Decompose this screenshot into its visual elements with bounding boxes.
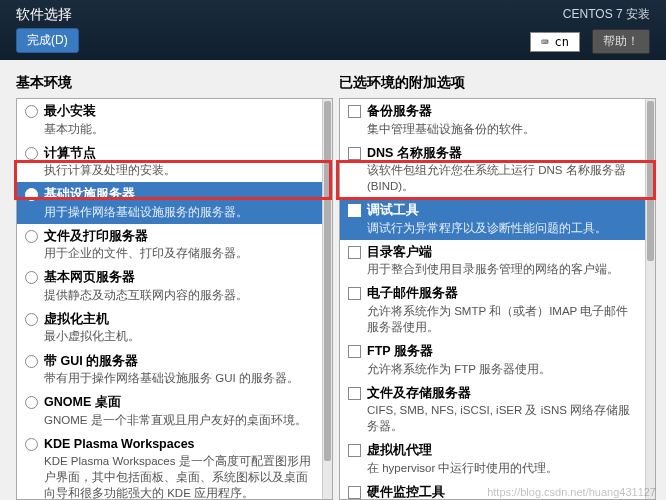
item-text: 文件及存储服务器CIFS, SMB, NFS, iSCSI, iSER 及 iS… xyxy=(367,385,637,435)
addon-option[interactable]: FTP 服务器允许将系统作为 FTP 服务器使用。 xyxy=(340,339,645,381)
item-text: 文件及打印服务器用于企业的文件、打印及存储服务器。 xyxy=(44,228,314,262)
item-label: 文件及打印服务器 xyxy=(44,228,314,246)
checkbox-control[interactable] xyxy=(348,287,361,300)
item-label: 计算节点 xyxy=(44,145,314,163)
scrollbar-thumb[interactable] xyxy=(324,101,331,461)
radio-control[interactable] xyxy=(25,147,38,160)
item-label: 调试工具 xyxy=(367,202,637,220)
item-label: 带 GUI 的服务器 xyxy=(44,353,314,371)
addon-option[interactable]: 目录客户端用于整合到使用目录服务管理的网络的客户端。 xyxy=(340,240,645,282)
keyboard-layout-code: cn xyxy=(555,35,569,49)
item-text: GNOME 桌面GNOME 是一个非常直观且用户友好的桌面环境。 xyxy=(44,394,314,428)
item-label: FTP 服务器 xyxy=(367,343,637,361)
radio-control[interactable] xyxy=(25,438,38,451)
checkbox-control[interactable] xyxy=(348,345,361,358)
item-label: 文件及存储服务器 xyxy=(367,385,637,403)
checkbox-control[interactable] xyxy=(348,204,361,217)
base-environment-heading: 基本环境 xyxy=(16,74,333,98)
environment-option[interactable]: KDE Plasma WorkspacesKDE Plasma Workspac… xyxy=(17,432,322,499)
base-environment-pane: 基本环境 最小安装基本功能。计算节点执行计算及处理的安装。基础设施服务器用于操作… xyxy=(16,74,333,500)
addons-listbox: 备份服务器集中管理基础设施备份的软件。DNS 名称服务器该软件包组允许您在系统上… xyxy=(339,98,656,500)
item-label: DNS 名称服务器 xyxy=(367,145,637,163)
item-text: DNS 名称服务器该软件包组允许您在系统上运行 DNS 名称服务器(BIND)。 xyxy=(367,145,637,195)
done-button[interactable]: 完成(D) xyxy=(16,28,79,53)
item-description: 用于整合到使用目录服务管理的网络的客户端。 xyxy=(367,261,637,277)
radio-control[interactable] xyxy=(25,105,38,118)
addons-scrollbar[interactable] xyxy=(645,99,655,499)
keyboard-icon xyxy=(541,35,548,49)
base-environment-listbox: 最小安装基本功能。计算节点执行计算及处理的安装。基础设施服务器用于操作网络基础设… xyxy=(16,98,333,500)
checkbox-control[interactable] xyxy=(348,147,361,160)
item-description: 允许将系统作为 FTP 服务器使用。 xyxy=(367,361,637,377)
environment-option[interactable]: 虚拟化主机最小虚拟化主机。 xyxy=(17,307,322,349)
item-label: 虚拟机代理 xyxy=(367,442,637,460)
top-bar: 软件选择 完成(D) CENTOS 7 安装 cn 帮助！ xyxy=(0,0,666,60)
environment-option[interactable]: 文件及打印服务器用于企业的文件、打印及存储服务器。 xyxy=(17,224,322,266)
addon-option[interactable]: 虚拟机代理在 hypervisor 中运行时使用的代理。 xyxy=(340,438,645,480)
item-label: KDE Plasma Workspaces xyxy=(44,436,314,454)
item-description: KDE Plasma Workspaces 是一个高度可配置图形用户界面，其中包… xyxy=(44,453,314,499)
addon-option[interactable]: DNS 名称服务器该软件包组允许您在系统上运行 DNS 名称服务器(BIND)。 xyxy=(340,141,645,199)
radio-control[interactable] xyxy=(25,313,38,326)
item-text: 基础设施服务器用于操作网络基础设施服务的服务器。 xyxy=(44,186,314,220)
checkbox-control[interactable] xyxy=(348,105,361,118)
content-panes: 基本环境 最小安装基本功能。计算节点执行计算及处理的安装。基础设施服务器用于操作… xyxy=(0,60,666,500)
checkbox-control[interactable] xyxy=(348,387,361,400)
item-description: GNOME 是一个非常直观且用户友好的桌面环境。 xyxy=(44,412,314,428)
item-text: 最小安装基本功能。 xyxy=(44,103,314,137)
checkbox-control[interactable] xyxy=(348,444,361,457)
item-text: 目录客户端用于整合到使用目录服务管理的网络的客户端。 xyxy=(367,244,637,278)
item-description: 集中管理基础设施备份的软件。 xyxy=(367,121,637,137)
environment-option[interactable]: 最小安装基本功能。 xyxy=(17,99,322,141)
item-text: FTP 服务器允许将系统作为 FTP 服务器使用。 xyxy=(367,343,637,377)
checkbox-control[interactable] xyxy=(348,486,361,499)
item-description: 调试行为异常程序以及诊断性能问题的工具。 xyxy=(367,220,637,236)
item-label: 备份服务器 xyxy=(367,103,637,121)
environment-option[interactable]: 基本网页服务器提供静态及动态互联网内容的服务器。 xyxy=(17,265,322,307)
item-description: 提供静态及动态互联网内容的服务器。 xyxy=(44,287,314,303)
radio-control[interactable] xyxy=(25,271,38,284)
item-label: GNOME 桌面 xyxy=(44,394,314,412)
addon-option[interactable]: 备份服务器集中管理基础设施备份的软件。 xyxy=(340,99,645,141)
addon-option[interactable]: 电子邮件服务器允许将系统作为 SMTP 和（或者）IMAP 电子邮件服务器使用。 xyxy=(340,281,645,339)
base-environment-scrollbar[interactable] xyxy=(322,99,332,499)
item-label: 目录客户端 xyxy=(367,244,637,262)
base-environment-scrollarea: 最小安装基本功能。计算节点执行计算及处理的安装。基础设施服务器用于操作网络基础设… xyxy=(17,99,322,499)
top-left: 软件选择 完成(D) xyxy=(16,6,79,54)
addon-option[interactable]: 文件及存储服务器CIFS, SMB, NFS, iSCSI, iSER 及 iS… xyxy=(340,381,645,439)
item-label: 基础设施服务器 xyxy=(44,186,314,204)
addons-heading: 已选环境的附加选项 xyxy=(339,74,656,98)
item-text: 计算节点执行计算及处理的安装。 xyxy=(44,145,314,179)
keyboard-layout-button[interactable]: cn xyxy=(530,32,580,52)
environment-option[interactable]: 计算节点执行计算及处理的安装。 xyxy=(17,141,322,183)
scrollbar-thumb[interactable] xyxy=(647,101,654,261)
environment-option[interactable]: 基础设施服务器用于操作网络基础设施服务的服务器。 xyxy=(17,182,322,224)
item-description: 用于企业的文件、打印及存储服务器。 xyxy=(44,245,314,261)
help-button[interactable]: 帮助！ xyxy=(592,29,650,54)
item-description: 执行计算及处理的安装。 xyxy=(44,162,314,178)
item-description: 用于操作网络基础设施服务的服务器。 xyxy=(44,204,314,220)
checkbox-control[interactable] xyxy=(348,246,361,259)
radio-control[interactable] xyxy=(25,355,38,368)
installer-subtitle: CENTOS 7 安装 xyxy=(563,6,650,23)
item-text: 基本网页服务器提供静态及动态互联网内容的服务器。 xyxy=(44,269,314,303)
environment-option[interactable]: 带 GUI 的服务器带有用于操作网络基础设施服务 GUI 的服务器。 xyxy=(17,349,322,391)
item-description: 最小虚拟化主机。 xyxy=(44,328,314,344)
item-label: 电子邮件服务器 xyxy=(367,285,637,303)
item-text: 调试工具调试行为异常程序以及诊断性能问题的工具。 xyxy=(367,202,637,236)
item-text: 带 GUI 的服务器带有用于操作网络基础设施服务 GUI 的服务器。 xyxy=(44,353,314,387)
radio-control[interactable] xyxy=(25,188,38,201)
item-description: 带有用于操作网络基础设施服务 GUI 的服务器。 xyxy=(44,370,314,386)
item-text: 虚拟化主机最小虚拟化主机。 xyxy=(44,311,314,345)
addon-option[interactable]: 调试工具调试行为异常程序以及诊断性能问题的工具。 xyxy=(340,198,645,240)
radio-control[interactable] xyxy=(25,396,38,409)
radio-control[interactable] xyxy=(25,230,38,243)
item-description: 在 hypervisor 中运行时使用的代理。 xyxy=(367,460,637,476)
item-text: 电子邮件服务器允许将系统作为 SMTP 和（或者）IMAP 电子邮件服务器使用。 xyxy=(367,285,637,335)
item-label: 虚拟化主机 xyxy=(44,311,314,329)
item-text: KDE Plasma WorkspacesKDE Plasma Workspac… xyxy=(44,436,314,499)
item-text: 虚拟机代理在 hypervisor 中运行时使用的代理。 xyxy=(367,442,637,476)
item-text: 备份服务器集中管理基础设施备份的软件。 xyxy=(367,103,637,137)
environment-option[interactable]: GNOME 桌面GNOME 是一个非常直观且用户友好的桌面环境。 xyxy=(17,390,322,432)
item-description: 允许将系统作为 SMTP 和（或者）IMAP 电子邮件服务器使用。 xyxy=(367,303,637,335)
